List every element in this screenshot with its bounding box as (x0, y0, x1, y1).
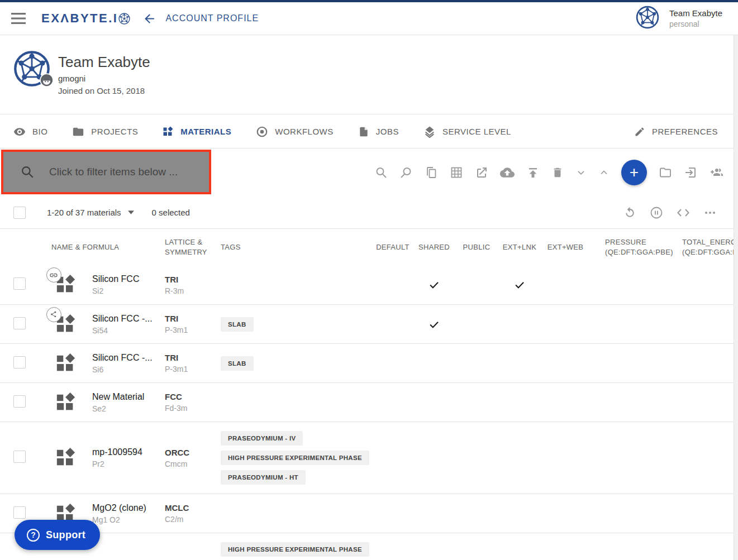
col-public[interactable]: PUBLIC (455, 242, 498, 252)
code-icon[interactable] (677, 207, 690, 218)
symmetry-group: C2/m (165, 515, 221, 524)
extlnk-flag (498, 279, 541, 291)
tab-projects[interactable]: PROJECTS (72, 126, 138, 138)
tag-pill: HIGH PRESSURE EXPERIMENTAL PHASE (221, 451, 369, 465)
symmetry-group: P-3m1 (165, 365, 221, 374)
chevron-down-icon[interactable] (575, 167, 587, 178)
lattice-type: FCC (165, 392, 221, 401)
table-row: HIGH PRESSURE EXPERIMENTAL PHASE (0, 533, 734, 560)
row-checkbox[interactable] (13, 451, 26, 463)
material-formula: Pr2 (92, 460, 165, 468)
material-formula: Se2 (92, 404, 165, 413)
col-tags[interactable]: TAGS (221, 242, 373, 252)
delete-icon[interactable] (551, 166, 564, 179)
check-icon (428, 279, 440, 291)
search-alt-icon[interactable] (399, 166, 413, 179)
profile-avatar (13, 50, 50, 87)
scrollbar[interactable] (734, 35, 738, 560)
symmetry-group: P-3m1 (165, 326, 221, 334)
lattice-type: TRI (165, 275, 221, 284)
copy-icon[interactable] (425, 166, 438, 179)
tab-jobs[interactable]: JOBS (358, 126, 399, 138)
document-icon (358, 126, 369, 138)
material-name[interactable]: mp-1009594 (92, 447, 165, 457)
question-circle-icon: ? (27, 529, 40, 542)
tabs-bar: BIO PROJECTS MATERIALS WORKFLOWS JOBS SE… (0, 115, 734, 149)
symmetry-group: Cmcm (165, 460, 221, 468)
table-row: Silicon FCC -... Si54 TRI P-3m1 SLAB (0, 304, 734, 343)
search-icon[interactable] (374, 166, 388, 179)
import-icon[interactable] (684, 166, 697, 179)
search-icon (20, 165, 35, 179)
lattice-type: MCLC (165, 503, 221, 513)
materials-toolbar: + (374, 149, 723, 197)
table-grid-icon[interactable] (450, 166, 463, 179)
folder-icon[interactable] (659, 166, 672, 179)
filter-input[interactable]: Click to filter items below ... (1, 150, 211, 194)
col-lattice-symmetry[interactable]: LATTICE & SYMMETRY (165, 237, 221, 257)
tags-cell: SLAB (221, 308, 373, 341)
col-extlnk[interactable]: EXT+LNK (498, 242, 541, 252)
row-checkbox[interactable] (13, 356, 26, 368)
tab-workflows[interactable]: WORKFLOWS (256, 126, 334, 138)
user-avatar (636, 6, 659, 31)
material-name[interactable]: Silicon FCC (92, 274, 165, 284)
soccer-ball-icon (118, 13, 130, 25)
row-checkbox[interactable] (13, 317, 26, 329)
chevron-up-icon[interactable] (598, 167, 610, 178)
profile-name: Team Exabyte (58, 54, 150, 71)
layers-diamond-icon (423, 126, 436, 138)
selection-bar: 1-20 of 37 materials 0 selected (0, 197, 734, 229)
material-name[interactable]: Silicon FCC -... (92, 353, 165, 363)
select-all-checkbox[interactable] (13, 207, 26, 219)
table-row: Silicon FCC Si2 TRI R-3m (0, 265, 734, 304)
more-horiz-icon[interactable] (703, 206, 717, 219)
pagination-dropdown[interactable]: 1-20 of 37 materials (47, 208, 134, 217)
col-total-energy[interactable]: TOTAL_ENERGY (QE:DFT:GGA:PBE) (666, 237, 734, 257)
add-material-button[interactable]: + (621, 160, 647, 185)
account-menu[interactable]: Team Exabyte personal (636, 6, 722, 31)
col-pressure[interactable]: PRESSURE (QE:DFT:GGA:PBE) (589, 237, 666, 257)
pencil-icon (634, 126, 645, 137)
tag-pill: PRASEODYMIUM - HT (221, 470, 306, 485)
tab-bio[interactable]: BIO (13, 126, 47, 138)
open-in-new-icon[interactable] (475, 166, 488, 179)
col-shared[interactable]: SHARED (413, 242, 455, 252)
material-name[interactable]: Silicon FCC -... (92, 314, 165, 324)
check-icon (428, 318, 440, 331)
material-icon (55, 274, 77, 295)
tags-cell (221, 394, 373, 411)
exabyte-logo[interactable]: EXΛBYTE.I (41, 11, 130, 26)
row-checkbox[interactable] (13, 395, 26, 408)
undo-icon[interactable] (623, 206, 636, 219)
material-formula: Mg1 O2 (92, 515, 165, 524)
material-formula: Si2 (92, 286, 165, 295)
tags-cell: SLAB (221, 347, 373, 380)
support-button[interactable]: ? Support (15, 520, 100, 550)
material-formula: Si6 (92, 365, 165, 374)
col-name-formula[interactable]: NAME & FORMULA (39, 242, 165, 252)
material-name[interactable]: MgO2 (clone) (92, 503, 165, 513)
tab-service-level[interactable]: SERVICE LEVEL (423, 126, 511, 138)
lattice-type: TRI (165, 353, 221, 362)
material-name[interactable]: New Material (92, 392, 165, 402)
col-default[interactable]: DEFAULT (373, 242, 413, 252)
add-group-icon[interactable] (709, 166, 723, 179)
tab-preferences[interactable]: PREFERENCES (634, 126, 718, 137)
back-arrow-icon[interactable] (142, 12, 156, 26)
symmetry-group: Fd-3m (165, 404, 221, 413)
upload-icon[interactable] (526, 166, 540, 179)
tag-pill: HIGH PRESSURE EXPERIMENTAL PHASE (221, 542, 369, 557)
col-extweb[interactable]: EXT+WEB (541, 242, 589, 252)
eye-icon (13, 126, 26, 138)
tags-cell (221, 276, 373, 294)
cloud-upload-icon[interactable] (500, 165, 515, 180)
pause-circle-icon[interactable] (650, 206, 663, 219)
hamburger-icon[interactable] (11, 13, 26, 24)
tags-cell: HIGH PRESSURE EXPERIMENTAL PHASE (221, 533, 373, 560)
tab-materials[interactable]: MATERIALS (163, 126, 231, 137)
row-checkbox[interactable] (13, 506, 26, 519)
row-checkbox[interactable] (13, 277, 26, 290)
target-circle-icon (256, 126, 268, 138)
symmetry-group: R-3m (165, 286, 221, 295)
